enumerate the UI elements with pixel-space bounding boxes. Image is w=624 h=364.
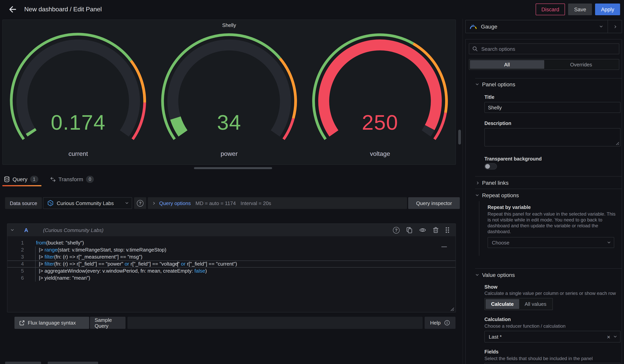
footer-spacer xyxy=(128,317,423,329)
calculation-select[interactable]: Last * × xyxy=(484,331,621,342)
divider xyxy=(475,268,622,269)
resize-corner-icon[interactable] xyxy=(450,307,454,311)
panel-title-input[interactable] xyxy=(484,102,621,113)
chevron-down-icon xyxy=(476,193,479,196)
calculation-description: Choose a reducer function / calculation xyxy=(484,323,617,329)
flux-syntax-button[interactable]: Flux language syntax xyxy=(14,317,89,329)
query-datasource-hint: (Curious Community Labs) xyxy=(43,227,104,233)
section-panel-links[interactable]: Panel links xyxy=(476,180,508,186)
tab-all[interactable]: All xyxy=(470,60,544,69)
grafana-edit-panel: New dashboard / Edit Panel Discard Save … xyxy=(0,0,624,364)
chevron-down-icon xyxy=(600,25,602,27)
tab-overrides[interactable]: Overrides xyxy=(544,60,618,69)
options-filter-tabs: All Overrides xyxy=(469,59,619,70)
gauge-value-voltage: 250 xyxy=(305,110,455,134)
chevron-down-icon xyxy=(608,241,610,243)
transparent-background-toggle[interactable] xyxy=(484,163,497,169)
code-line-3[interactable]: 3 |> filter(fn: (r) => r["_measurement"]… xyxy=(7,253,455,260)
help-label: Help xyxy=(430,320,441,326)
code-line-1[interactable]: 1from(bucket: "shelly") xyxy=(7,239,455,247)
duplicate-query-button[interactable] xyxy=(406,227,413,233)
database-icon xyxy=(4,176,10,182)
transform-icon xyxy=(50,176,56,182)
section-panel-options[interactable]: Panel options xyxy=(476,81,515,88)
code-line-6[interactable]: 6 |> yield(name: "mean") xyxy=(7,274,455,282)
query-help-button[interactable]: ? xyxy=(393,227,400,233)
gauge-label-power: power xyxy=(154,150,305,157)
divider xyxy=(475,189,622,189)
repeat-variable-value: Choose xyxy=(492,240,509,246)
gauge-value-current: 0.174 xyxy=(3,110,154,134)
description-field-label: Description xyxy=(484,121,511,126)
gauge-power: 34 power xyxy=(154,30,305,161)
clear-icon[interactable]: × xyxy=(607,334,610,340)
visualization-picker[interactable]: Gauge xyxy=(465,20,622,33)
all-values-button[interactable]: All values xyxy=(519,299,552,309)
search-icon xyxy=(472,46,478,51)
add-query-button-partial[interactable] xyxy=(5,362,41,364)
active-tab-underline xyxy=(2,185,41,186)
influxdb-icon xyxy=(47,200,53,206)
repeat-variable-select[interactable]: Choose xyxy=(488,237,614,248)
question-icon: ? xyxy=(137,200,143,206)
fields-select-partial[interactable] xyxy=(484,363,621,364)
code-line-5[interactable]: 5 |> aggregateWindow(every: v.windowPeri… xyxy=(7,268,455,274)
title-field-label: Title xyxy=(484,94,494,100)
query-row-header: A (Curious Community Labs) ? xyxy=(7,224,455,236)
section-value-options[interactable]: Value options xyxy=(476,272,515,278)
sample-query-button[interactable]: Sample Query xyxy=(90,317,126,329)
discard-button[interactable]: Discard xyxy=(535,3,565,15)
datasource-select[interactable]: Curious Community Labs xyxy=(43,197,132,209)
fields-description: Select the fields that should be include… xyxy=(484,356,617,362)
query-inspector-button[interactable]: Query inspector xyxy=(408,197,460,209)
search-options-input[interactable] xyxy=(481,46,616,52)
options-container: All Overrides Panel options Title Descri… xyxy=(465,39,622,364)
transparent-background-label: Transparent background xyxy=(484,156,542,162)
gauge-value-power: 34 xyxy=(154,110,305,134)
tab-query[interactable]: Query 1 xyxy=(4,173,38,185)
gauge-panel: Shelly 0.174 current 34 power 250 voltag… xyxy=(2,20,456,165)
tab-transform[interactable]: Transform 0 xyxy=(50,173,94,185)
query-count-badge: 1 xyxy=(30,176,38,183)
save-button[interactable]: Save xyxy=(568,3,592,15)
chevron-down-icon xyxy=(476,273,479,276)
chevron-down-icon xyxy=(614,335,617,338)
query-editor-card: A (Curious Community Labs) ? 1from(bucke… xyxy=(7,223,456,313)
drag-handle[interactable] xyxy=(445,227,449,233)
calculate-button[interactable]: Calculate xyxy=(486,299,519,309)
query-refid: A xyxy=(24,227,28,233)
hide-query-button[interactable] xyxy=(419,227,426,233)
code-line-2[interactable]: 2 |> range(start: v.timeRangeStart, stop… xyxy=(7,247,455,253)
show-mode-switch: Calculate All values xyxy=(484,298,553,310)
gauge-current: 0.174 current xyxy=(3,30,154,161)
options-pane: Gauge All Overrides Panel options Title … xyxy=(463,19,624,364)
expression-button-partial[interactable] xyxy=(48,362,98,364)
back-button[interactable] xyxy=(6,3,19,16)
section-repeat-options[interactable]: Repeat options xyxy=(476,192,519,198)
collapse-query-chevron[interactable] xyxy=(11,228,14,231)
query-actions: ? xyxy=(393,227,449,233)
top-bar: New dashboard / Edit Panel Discard Save … xyxy=(0,0,624,19)
repeat-by-variable-label: Repeat by variable xyxy=(488,205,531,210)
panel-resize-handle[interactable] xyxy=(194,167,272,169)
datasource-help-button[interactable]: ? xyxy=(134,197,146,209)
panel-options-title: Panel options xyxy=(482,81,515,88)
query-options-link[interactable]: Query options xyxy=(159,200,191,206)
divider xyxy=(475,176,622,177)
flux-code-editor[interactable]: 1from(bucket: "shelly")2 |> range(start:… xyxy=(7,236,455,312)
eye-icon xyxy=(419,227,426,233)
fields-label: Fields xyxy=(484,349,498,355)
code-line-4[interactable]: 4 |> filter(fn: (r) => r["_field"] == "p… xyxy=(7,260,455,268)
chevron-down-icon xyxy=(126,201,128,204)
repeat-options-title: Repeat options xyxy=(482,192,519,198)
tab-transform-label: Transform xyxy=(58,176,83,182)
scrollbar-thumb[interactable] xyxy=(458,130,461,144)
expand-options-button[interactable] xyxy=(608,20,622,33)
overview-cursor-mark xyxy=(442,247,447,247)
panel-links-title: Panel links xyxy=(482,180,508,186)
description-textarea[interactable] xyxy=(484,128,621,146)
trash-icon xyxy=(433,227,439,233)
apply-button[interactable]: Apply xyxy=(595,3,620,15)
help-button[interactable]: Help xyxy=(425,317,455,329)
delete-query-button[interactable] xyxy=(433,227,439,233)
